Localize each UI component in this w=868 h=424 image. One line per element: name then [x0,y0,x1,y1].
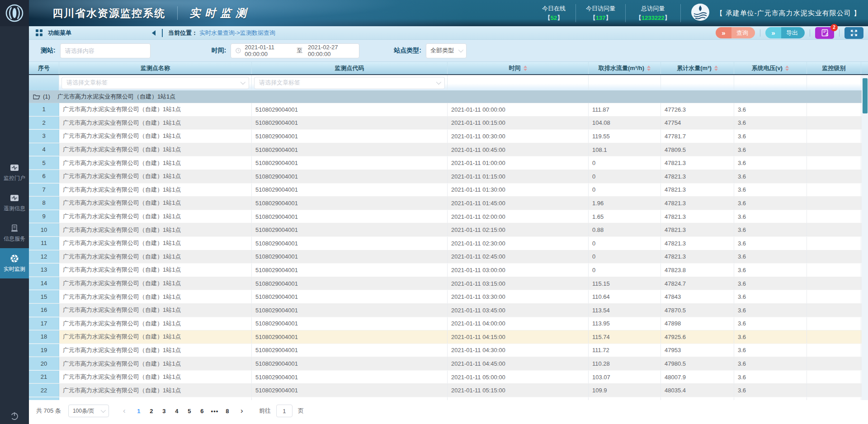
double-arrow-icon: » [765,27,781,38]
cell-code: 5108029004001 [252,197,448,210]
sort-icon[interactable] [524,66,527,71]
alarm-badge: 2 [830,24,838,31]
sort-icon[interactable] [714,66,718,71]
table-row[interactable]: 8 广元市高力水泥实业有限公司（自建）1站1点 5108029004001 20… [29,197,868,210]
table-row[interactable]: 4 广元市高力水泥实业有限公司（自建）1站1点 5108029004001 20… [29,143,868,157]
cell-voltage: 3.6 [734,143,807,156]
sort-icon[interactable] [785,66,789,71]
sidebar-item-实时监测[interactable]: 实时监测 [0,248,29,278]
cell-flow: 119.55 [589,130,661,143]
cell-flow: 113.54 [589,304,661,317]
column-header[interactable]: 监控级别 [807,62,861,74]
prev-page-button[interactable]: ‹ [118,405,131,417]
table-row[interactable]: 22 广元市高力水泥实业有限公司（自建）1站1点 5108029004001 2… [29,384,868,397]
page-button-6[interactable]: 6 [196,405,208,417]
fullscreen-button[interactable] [844,27,863,39]
button-divider [839,29,840,37]
column-header[interactable]: 取排水流量(m³/h) [589,62,661,74]
cell-name: 广元市高力水泥实业有限公司（自建）1站1点 [59,223,252,236]
export-button[interactable]: » 导出 [765,27,805,38]
cell-code: 5108029004001 [252,170,448,183]
module-title: 实时监测 [189,6,251,20]
group-row[interactable]: (1) 广元市高力水泥实业有限公司（自建）1站1点 [29,90,868,103]
cell-name: 广元市高力水泥实业有限公司（自建）1站1点 [59,250,252,264]
date-start[interactable]: 2021-01-11 00:00:00 [245,44,291,57]
cell-seq: 2 [29,117,59,130]
cell-level [807,371,861,384]
vertical-scrollbar[interactable] [862,62,868,424]
cell-voltage: 3.6 [734,130,807,143]
table-row[interactable]: 21 广元市高力水泥实业有限公司（自建）1站1点 5108029004001 2… [29,371,868,384]
station-input[interactable] [60,43,151,58]
table-row[interactable]: 16 广元市高力水泥实业有限公司（自建）1站1点 5108029004001 2… [29,304,868,317]
next-page-button[interactable]: › [236,405,248,417]
station-type-select[interactable]: 全部类型 [426,43,467,58]
sidebar-item-遥测信息[interactable]: 遥测信息 [0,188,29,218]
collapse-panel-icon[interactable] [152,30,156,36]
table-row[interactable]: 20 广元市高力水泥实业有限公司（自建）1站1点 5108029004001 2… [29,357,868,371]
page-button-4[interactable]: 4 [170,405,183,417]
fullscreen-icon [850,29,858,37]
table-row[interactable]: 5 广元市高力水泥实业有限公司（自建）1站1点 5108029004001 20… [29,156,868,170]
table-row[interactable]: 1 广元市高力水泥实业有限公司（自建）1站1点 5108029004001 20… [29,103,868,117]
query-button[interactable]: » 查询 [716,27,755,38]
column-header[interactable]: 监测点名称 [59,62,252,74]
page-button-8[interactable]: 8 [221,405,234,417]
table-row[interactable]: 12 广元市高力水泥实业有限公司（自建）1站1点 5108029004001 2… [29,250,868,264]
table-row[interactable]: 19 广元市高力水泥实业有限公司（自建）1站1点 5108029004001 2… [29,344,868,358]
table-row[interactable]: 14 广元市高力水泥实业有限公司（自建）1站1点 5108029004001 2… [29,277,868,291]
cell-code: 5108029004001 [252,143,448,156]
cell-volume: 47754 [661,117,734,130]
table-row[interactable]: 3 广元市高力水泥实业有限公司（自建）1站1点 5108029004001 20… [29,130,868,143]
table-row[interactable]: 13 广元市高力水泥实业有限公司（自建）1站1点 5108029004001 2… [29,264,868,277]
page-button-3[interactable]: 3 [158,405,170,417]
column-header[interactable]: 监测点代码 [252,62,448,74]
cell-volume: 47821.3 [661,223,734,236]
page-ellipsis[interactable]: ••• [208,405,221,417]
sort-icon[interactable] [647,66,651,71]
cell-volume: 47821.3 [661,250,734,264]
page-button-5[interactable]: 5 [183,405,196,417]
table-row[interactable]: 11 广元市高力水泥实业有限公司（自建）1站1点 5108029004001 2… [29,237,868,250]
column-header[interactable]: 序号 [29,62,59,74]
sidebar-item-监控门户[interactable]: 监控门户 [0,157,29,188]
page-button-2[interactable]: 2 [145,405,158,417]
page-size-select[interactable]: 100条/页 [68,405,109,417]
menu-grid-icon [36,29,42,36]
cell-level [807,357,861,370]
scrollbar-thumb[interactable] [863,78,868,113]
chevron-down-icon [101,408,106,413]
org-block: 【 承建单位-广元市高力水泥实业有限公司 】 [681,3,868,23]
table-row[interactable]: 18 广元市高力水泥实业有限公司（自建）1站1点 5108029004001 2… [29,330,868,344]
date-end[interactable]: 2021-02-27 00:00:00 [308,44,354,57]
table-row[interactable]: 6 广元市高力水泥实业有限公司（自建）1站1点 5108029004001 20… [29,170,868,184]
table-row[interactable]: 10 广元市高力水泥实业有限公司（自建）1站1点 5108029004001 2… [29,223,868,237]
column-header[interactable]: 系统电压(v) [734,62,807,74]
column-header[interactable]: 时间 [448,62,589,74]
header-stat: 今日在线 【52】 [532,4,576,22]
header-stat: 总访问量 【1233222】 [626,4,681,22]
breadcrumb[interactable]: 实时水量查询->监测数据查询 [199,29,275,37]
alarm-report-button[interactable]: 2 [815,27,834,39]
cell-voltage: 3.6 [734,250,807,264]
cell-level [807,290,861,303]
column-header[interactable]: 累计水量(m³) [661,62,734,74]
power-icon[interactable] [0,411,29,420]
table-row[interactable]: 17 广元市高力水泥实业有限公司（自建）1站1点 5108029004001 2… [29,317,868,331]
cell-voltage: 3.6 [734,357,807,370]
page-button-1[interactable]: 1 [132,405,145,417]
name-filter-select[interactable]: 请选择文章标签 [61,77,249,89]
table-row[interactable]: 9 广元市高力水泥实业有限公司（自建）1站1点 5108029004001 20… [29,210,868,224]
main-area: 四川省水资源监控系统 实时监测 今日在线 【52】 今日访问量 【137】 总访… [29,0,868,424]
chevron-down-icon [241,80,245,85]
sidebar-item-信息服务[interactable]: 信息服务 [0,218,29,248]
chevron-down-icon [458,47,463,52]
table-row[interactable]: 2 广元市高力水泥实业有限公司（自建）1站1点 5108029004001 20… [29,117,868,130]
date-range-input[interactable]: 2021-01-11 00:00:00 至 2021-02-27 00:00:0… [231,43,359,58]
table-row[interactable]: 15 广元市高力水泥实业有限公司（自建）1站1点 5108029004001 2… [29,290,868,304]
cell-code: 5108029004001 [252,344,448,357]
goto-page-input[interactable] [276,405,292,417]
cell-name: 广元市高力水泥实业有限公司（自建）1站1点 [59,103,252,116]
code-filter-select[interactable]: 请选择文章标签 [254,77,445,89]
table-row[interactable]: 7 广元市高力水泥实业有限公司（自建）1站1点 5108029004001 20… [29,184,868,197]
